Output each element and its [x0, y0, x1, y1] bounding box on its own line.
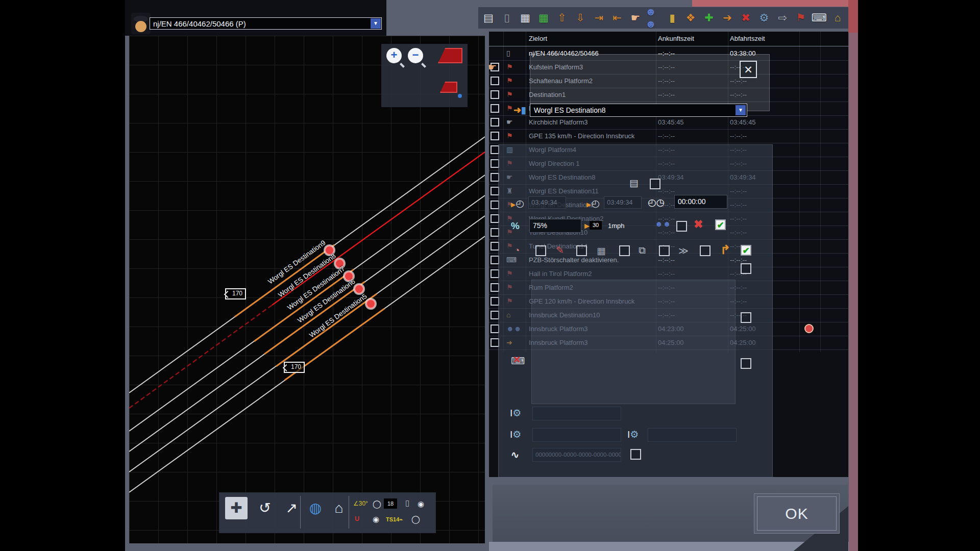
train-select[interactable]: nj/EN 466/40462/50466 (P) ▼: [150, 17, 382, 30]
save-button[interactable]: ▤: [480, 9, 497, 27]
waveform-icon: ∿: [511, 449, 519, 461]
row-checkbox[interactable]: [491, 118, 499, 127]
pages-checkbox[interactable]: [659, 245, 670, 256]
keyboard-disabled-icon: ⌨: [511, 355, 525, 367]
train-select-value: nj/EN 466/40462/50466 (P): [153, 19, 246, 28]
range-value[interactable]: 18: [384, 498, 397, 509]
row-checkbox[interactable]: [491, 104, 499, 113]
chevron-down-icon[interactable]: ▼: [736, 105, 746, 115]
insert-after-button[interactable]: ⇥: [590, 9, 607, 27]
settings-button[interactable]: ⚙: [755, 9, 773, 27]
percent-input[interactable]: 75%: [529, 219, 581, 233]
add-route-button[interactable]: ✚: [700, 9, 718, 27]
keyboard-disabled-checkbox[interactable]: [741, 358, 751, 369]
confirm-checkbox[interactable]: ✔: [715, 219, 726, 230]
grid-white-button[interactable]: ▦: [517, 9, 534, 27]
timetable-header: Zielort Ankunftszeit Abfahrtszeit: [489, 32, 848, 46]
destination-checkbox[interactable]: [741, 312, 751, 323]
arrival-clock-icon: ▶◴: [511, 197, 524, 211]
depot-button[interactable]: ⌂: [829, 9, 846, 27]
exit-door-button[interactable]: ⇨: [774, 9, 791, 27]
map-canvas[interactable]: [129, 36, 485, 543]
grid-green-button[interactable]: ▦: [535, 9, 552, 27]
table-row[interactable]: ⚑GPE 135 km/h - Direction Innsbruck--:--…: [489, 130, 848, 143]
insert-before-button[interactable]: ⇤: [608, 9, 626, 27]
flag-icon: ⚑: [506, 77, 513, 85]
ankunftszeit-cell: 03:45:45: [658, 118, 684, 126]
row-checkbox[interactable]: [491, 77, 499, 85]
signal-field-1[interactable]: [532, 407, 621, 420]
turn-up-icon[interactable]: ↱: [720, 243, 730, 257]
flag-icon: ⚑: [506, 90, 513, 98]
cancel-icon[interactable]: ✖: [694, 218, 703, 231]
signal-node-icon: [458, 94, 462, 98]
destination-select[interactable]: Worgl ES Destination8 ▼: [530, 104, 747, 117]
driver-avatar: [131, 13, 151, 34]
abfahrtszeit-cell: 03:45:45: [730, 118, 756, 126]
current-row-hand-icon: ☛: [488, 61, 497, 73]
remove-route-icon: ✖: [741, 12, 750, 24]
hand-pointer-button[interactable]: ☛: [627, 9, 644, 27]
keyboard-icon: ⌨: [812, 12, 827, 24]
flag-icon: ⚑: [506, 132, 513, 140]
arrival-time-input[interactable]: 03:49:34: [528, 196, 566, 209]
move-route-button[interactable]: ➔: [719, 9, 736, 27]
magnet-radio[interactable]: ◉: [373, 515, 379, 524]
rotate-tool-button[interactable]: ↺: [254, 497, 276, 519]
signal-field-2[interactable]: [532, 428, 621, 442]
row-checkbox[interactable]: [491, 132, 499, 140]
mouse-radio[interactable]: ◉: [418, 499, 424, 509]
chevron-down-icon[interactable]: ▼: [371, 18, 381, 29]
passengers-button[interactable]: ☻☻: [645, 9, 663, 27]
departure-time-input[interactable]: 03:49:34: [604, 196, 642, 209]
mouse-icon: ▯: [405, 498, 409, 508]
home-view-button[interactable]: ⌂: [328, 497, 350, 519]
ghost-window: [530, 54, 770, 111]
card-icon: ▤: [629, 177, 639, 189]
card-checkbox[interactable]: [650, 179, 660, 189]
gauge-checkbox[interactable]: [535, 245, 546, 256]
export-down-button[interactable]: ⇩: [572, 9, 589, 27]
passengers-icon: ☻☻: [655, 219, 671, 228]
import-up-button[interactable]: ⇧: [553, 9, 571, 27]
jump-tool-button[interactable]: ↗: [280, 497, 303, 519]
pan-tool-button[interactable]: ✚: [225, 497, 248, 519]
globe-view-button[interactable]: ◍: [304, 497, 327, 519]
signal-field-3[interactable]: [648, 428, 737, 442]
screen-margin-right: [858, 0, 980, 551]
trash-icon: ▯: [506, 49, 510, 57]
flag-button[interactable]: ⚑: [792, 9, 810, 27]
dwell-time-input[interactable]: 00:00:00: [674, 195, 727, 209]
vehicle-checkbox[interactable]: [619, 245, 630, 256]
abfahrtszeit-cell: --:--:--: [730, 132, 747, 140]
guid-checkbox[interactable]: [630, 449, 641, 460]
close-icon[interactable]: ✕: [740, 61, 757, 78]
fuel-pump-button[interactable]: ▮: [664, 9, 681, 27]
zoom-out-icon[interactable]: −: [408, 48, 423, 63]
delete-button[interactable]: ▯: [498, 9, 516, 27]
guid-input[interactable]: 00000000-0000-0000-0000-00000: [532, 448, 621, 462]
pen-checkbox[interactable]: [576, 245, 587, 256]
remove-route-button[interactable]: ✖: [737, 9, 754, 27]
ok-button[interactable]: OK: [754, 493, 840, 534]
window-edge-top: [692, 0, 858, 7]
skip-checkbox[interactable]: [700, 245, 710, 256]
import-up-icon: ⇧: [557, 12, 567, 24]
notes-area[interactable]: [531, 280, 736, 404]
fuel-pump-icon: ▮: [669, 12, 675, 24]
gradient-radio[interactable]: ◯: [373, 499, 381, 509]
ts14-radio[interactable]: ◯: [411, 515, 420, 524]
expand-icon: ❖: [686, 12, 696, 24]
grid-white-icon: ▦: [520, 12, 530, 24]
row-checkbox[interactable]: [491, 90, 499, 99]
apply-checkbox[interactable]: ✔: [741, 245, 751, 256]
keyboard-button[interactable]: ⌨: [811, 9, 828, 27]
window-edge-corner: [848, 0, 858, 33]
table-row[interactable]: ☛Kirchbichl Platform303:45:4503:45:45: [489, 116, 848, 130]
expand-button[interactable]: ❖: [682, 9, 699, 27]
settings-icon: ⚙: [760, 12, 769, 24]
pzb-checkbox[interactable]: [741, 263, 751, 274]
zoom-in-icon[interactable]: +: [386, 48, 402, 63]
move-route-icon: ➔: [723, 12, 732, 24]
passengers-checkbox[interactable]: [676, 221, 687, 232]
